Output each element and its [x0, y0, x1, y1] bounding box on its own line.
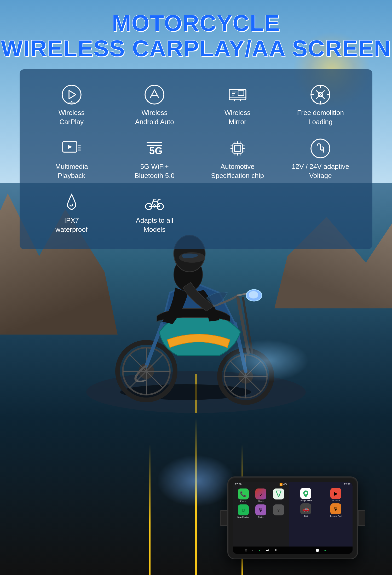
5g-icon: 5G	[144, 138, 165, 159]
chip-icon	[227, 138, 248, 159]
free-demolition-label: Free demolitionLoading	[297, 108, 344, 126]
svg-point-42	[153, 205, 156, 207]
title-section: MOTORCYCLE WIRELESS CARPLAY/AA SCREEN	[0, 10, 392, 61]
home-dot-icon: ⬤	[316, 548, 319, 552]
headlight-glow	[157, 455, 235, 507]
android-auto-icon	[144, 84, 165, 105]
back-icon: ‹	[252, 548, 253, 552]
chip-label: AutomotiveSpecification chip	[211, 162, 264, 180]
feature-wireless-carplay: WirelessCarPlay	[30, 78, 113, 132]
phone-icon: 📞	[238, 488, 249, 499]
tools-icon	[310, 84, 331, 105]
status-bar-left: 17:39 📶 4G	[233, 482, 289, 487]
carplay-icon	[61, 84, 82, 105]
app-chevron: ∨	[271, 504, 286, 518]
voltage-icon	[310, 138, 331, 159]
skip-icon: ⏭	[266, 548, 269, 552]
multimedia-label: MultimediaPlayback	[55, 162, 88, 180]
bottom-bar-right: ⬤ ●	[289, 547, 353, 554]
app-beyond-pod: 🎙 Beyond Pod	[322, 503, 350, 517]
title-line1: MOTORCYCLE	[112, 10, 280, 36]
waterproof-icon	[61, 192, 82, 213]
music-icon: ♪	[255, 488, 266, 499]
feature-5g-wifi: 5G 5G WiFi+Bluetooth 5.0	[113, 132, 196, 186]
pause-icon: ⏸	[274, 548, 277, 552]
spotify-icon: ♫	[238, 504, 249, 515]
beyond-pod-icon: 🎙	[330, 503, 341, 514]
svg-point-67	[225, 340, 308, 382]
feature-voltage: 12V / 24V adaptiveVoltage	[279, 132, 362, 186]
motorcycle-icon	[144, 192, 165, 213]
svg-point-71	[305, 492, 307, 495]
feature-multimedia-playback: MultimediaPlayback	[30, 132, 113, 186]
ipx7-label: IPX7waterproof	[55, 216, 88, 234]
yt-music-icon: ▶	[330, 488, 341, 499]
spotify-right-icon: ●	[324, 548, 326, 552]
app-music: ♪ Music	[253, 488, 268, 502]
device-screen: 17:39 📶 4G 📞 Phone ♪ Music	[233, 482, 353, 554]
multimedia-icon	[61, 138, 82, 159]
mirror-icon	[227, 84, 248, 105]
features-grid: WirelessCarPlay WirelessAndroid Auto W	[30, 78, 362, 240]
feature-ipx7: IPX7waterproof	[30, 186, 113, 240]
svg-rect-68	[274, 489, 284, 499]
main-title: MOTORCYCLE WIRELESS CARPLAY/AA SCREEN	[0, 10, 392, 61]
svg-marker-1	[69, 90, 76, 99]
app-maps-small	[271, 488, 286, 502]
svg-rect-25	[234, 145, 241, 152]
feature-all-models: Adapts to allModels	[113, 186, 196, 240]
google-maps-icon	[300, 488, 311, 499]
5g-label: 5G WiFi+Bluetooth 5.0	[135, 162, 175, 180]
voltage-label: 12V / 24V adaptiveVoltage	[292, 162, 349, 180]
left-time: 17:39	[235, 483, 241, 486]
carplay-label: WirelessCarPlay	[59, 108, 85, 126]
bottom-bar-left: ⊞ ‹ ● ⏭ ⏸	[233, 547, 289, 554]
app-exit: 🚗 Exit	[292, 503, 320, 517]
carplay-screen: 17:39 📶 4G 📞 Phone ♪ Music	[233, 482, 289, 554]
left-bracket	[220, 510, 227, 526]
status-bar-right: 12:32	[289, 482, 353, 487]
device-container: 17:39 📶 4G 📞 Phone ♪ Music	[227, 476, 358, 559]
svg-point-2	[71, 101, 72, 102]
exit-icon: 🚗	[300, 503, 311, 514]
title-line2: WIRELESS CARPLAY/AA SCREEN	[0, 36, 392, 61]
app-podcast: 🎙 Pod...	[253, 504, 268, 518]
android-auto-label: WirelessAndroid Auto	[135, 108, 174, 126]
left-signal: 📶 4G	[279, 483, 287, 486]
all-models-label: Adapts to allModels	[136, 216, 173, 234]
features-panel: WirelessCarPlay WirelessAndroid Auto W	[20, 69, 372, 249]
right-bracket	[358, 510, 365, 526]
more-icon: ∨	[273, 504, 284, 515]
spotify-bottom-icon: ●	[259, 548, 261, 552]
app-phone: 📞 Phone	[235, 488, 251, 502]
svg-point-4	[145, 85, 164, 104]
right-time: 12:32	[344, 483, 350, 486]
device-outer: 17:39 📶 4G 📞 Phone ♪ Music	[227, 476, 358, 559]
carplay-apps: 📞 Phone ♪ Music ♫ N	[233, 487, 289, 520]
svg-rect-7	[238, 91, 244, 95]
grid-icon: ⊞	[245, 548, 247, 552]
podcast-icon: 🎙	[255, 504, 266, 515]
feature-free-demolition: Free demolitionLoading	[279, 78, 362, 132]
svg-text:5G: 5G	[149, 145, 163, 156]
maps-small-icon	[273, 488, 284, 499]
android-auto-screen: 12:32 Google Maps ▶ YT Music 🚗	[289, 482, 353, 554]
svg-marker-17	[68, 145, 72, 149]
feature-wireless-mirror: WirelessMirror	[196, 78, 279, 132]
feature-automotive-chip: AutomotiveSpecification chip	[196, 132, 279, 186]
app-spotify: ♫ Now Playing	[235, 504, 251, 518]
mirror-label: WirelessMirror	[224, 108, 251, 126]
app-yt-music: ▶ YT Music	[322, 488, 350, 502]
svg-point-66	[249, 291, 258, 298]
app-google-maps: Google Maps	[292, 488, 320, 502]
feature-wireless-android-auto: WirelessAndroid Auto	[113, 78, 196, 132]
aa-apps: Google Maps ▶ YT Music 🚗 Exit 🎙 Beyond P…	[289, 487, 353, 518]
